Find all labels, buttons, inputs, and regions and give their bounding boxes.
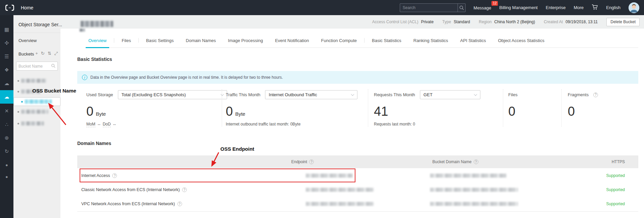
files-value: 0 [508, 105, 515, 118]
tab-api-statistics[interactable]: API Statistics [458, 38, 489, 47]
dod-label[interactable]: DoD [103, 122, 111, 127]
censored-bucket-name [21, 110, 48, 114]
tab-files[interactable]: Files [119, 38, 133, 47]
service-dot-icon[interactable]: ● [0, 160, 13, 169]
user-avatar[interactable] [629, 2, 639, 13]
buckets-label: Buckets [18, 51, 34, 57]
annotation-highlight-rectangle [80, 169, 355, 182]
globe-icon[interactable]: ⊕ [0, 134, 13, 142]
network-nodes-icon[interactable]: ✣ [0, 39, 13, 47]
dod-value: -- [113, 122, 116, 127]
billing-management-menu-item[interactable]: Billing Management [499, 5, 538, 10]
tab-ranking-statistics[interactable]: Ranking Statistics [411, 38, 451, 47]
home-link[interactable]: Home [21, 5, 33, 10]
card-divider [222, 89, 222, 127]
security-shield-icon[interactable]: ❖ [0, 66, 13, 74]
notice-banner: Data in the Overview page and Bucket Ove… [77, 71, 638, 84]
censored-bucket-title [81, 21, 113, 27]
global-search-box[interactable] [400, 3, 466, 12]
censored-bucket-domain-value [430, 174, 507, 178]
tab-overview[interactable]: Overview [86, 38, 109, 47]
cloud-icon[interactable]: ☁ [0, 79, 13, 88]
censored-endpoint-value [306, 202, 374, 206]
sidebar-divider [13, 33, 60, 33]
search-icon[interactable] [458, 4, 465, 12]
bucket-list-item[interactable] [13, 119, 60, 128]
refresh-icon[interactable]: ↻ [41, 51, 45, 56]
more-menu-item[interactable]: More [574, 5, 584, 10]
domain-names-table-header: Endpoint Bucket Domain Name HTTPS [77, 155, 638, 168]
censored-bucket-domain-value [430, 188, 518, 192]
info-icon [82, 75, 87, 80]
tools-icon[interactable]: ✕ [0, 107, 13, 115]
traffic-select[interactable]: Internet Outbound Traffic [265, 90, 357, 99]
traffic-label: Traffic This Month [226, 92, 260, 97]
bucket-tabs: Overview Files Basic Settings Domain Nam… [86, 34, 638, 48]
help-icon[interactable] [182, 187, 187, 192]
bucket-dot-icon [17, 123, 19, 124]
tab-function-compute[interactable]: Function Compute [318, 38, 359, 47]
tab-basic-statistics[interactable]: Basic Statistics [369, 38, 404, 47]
help-icon[interactable] [177, 202, 182, 206]
bucket-list-item[interactable] [13, 108, 60, 116]
delete-bucket-button[interactable]: Delete Bucket [606, 18, 640, 26]
annotation-oss-bucket-name: OSS Bucket Name [32, 88, 76, 94]
mom-label[interactable]: MoM [86, 122, 95, 127]
cloud-sync-icon[interactable]: ↻ [0, 147, 13, 156]
expand-icon[interactable]: ⤢ [54, 51, 58, 56]
bucket-search-box[interactable] [16, 62, 58, 71]
domain-names-heading: Domain Names [77, 141, 111, 146]
help-icon[interactable] [593, 93, 598, 97]
fragments-card: Fragments 0 [568, 90, 598, 118]
acl-label: Access Control List (ACL) [372, 20, 418, 24]
bucket-search-input[interactable] [16, 64, 51, 69]
bucket-dot-icon [17, 91, 19, 93]
traffic-select-value: Internet Outbound Traffic [269, 92, 317, 97]
censored-endpoint-value [306, 188, 374, 192]
bucket-dot-icon [21, 101, 23, 103]
created-at-label: Created At [544, 20, 563, 24]
tab-separator [138, 38, 139, 43]
traffic-value: 0 [226, 105, 233, 118]
type-value: Standard [454, 20, 470, 24]
acl-value: Private [421, 20, 433, 24]
chevron-down-icon [220, 93, 224, 96]
global-search-input[interactable] [400, 5, 458, 10]
censored-bucket-title-tail [80, 29, 85, 32]
https-status: Supported [606, 173, 625, 178]
bucket-list-item-selected[interactable] [13, 97, 60, 106]
requests-select[interactable]: GET [420, 90, 480, 99]
oss-active-icon[interactable]: ☁ [0, 90, 13, 104]
used-storage-select[interactable]: Total (Excluding ECS Snapshots) [118, 90, 227, 99]
sidebar-item-overview[interactable]: Overview [18, 38, 37, 43]
tab-event-notification[interactable]: Event Notification [272, 38, 312, 47]
files-card: Files 0 [508, 90, 517, 118]
bucket-list-item[interactable] [13, 77, 60, 85]
bucket-header: Access Control List (ACL)Private TypeSta… [60, 15, 644, 29]
requests-label: Requests This Month [374, 92, 415, 97]
row-label: Classic Network Access from ECS (Interna… [81, 187, 180, 192]
apps-grid-icon[interactable]: ▦ [0, 25, 13, 34]
alibaba-cloud-logo-icon[interactable] [5, 4, 15, 12]
used-storage-value: 0 [86, 105, 93, 118]
add-bucket-icon[interactable]: + [35, 51, 38, 56]
tab-basic-settings[interactable]: Basic Settings [143, 38, 176, 47]
region-label: Region [479, 20, 491, 24]
help-icon[interactable] [309, 159, 314, 164]
service-dot-icon[interactable]: ● [0, 172, 13, 181]
search-icon[interactable] [51, 63, 57, 69]
traffic-unit: Byte [235, 111, 245, 117]
share-nodes-icon[interactable]: ∴ [0, 120, 13, 129]
language-selector[interactable]: English [606, 5, 620, 10]
tab-image-processing[interactable]: Image Processing [225, 38, 266, 47]
help-icon[interactable] [474, 159, 478, 164]
tab-domain-names[interactable]: Domain Names [183, 38, 219, 47]
cart-icon[interactable] [592, 4, 598, 11]
sort-icon[interactable]: ⇅ [48, 51, 51, 56]
tab-object-access-statistics[interactable]: Object Access Statistics [495, 38, 547, 47]
bucket-dot-icon [17, 111, 19, 113]
enterprise-menu-item[interactable]: Enterprise [546, 5, 565, 10]
card-divider [561, 89, 562, 127]
message-menu-item[interactable]: Message [474, 5, 491, 10]
server-stack-icon[interactable]: ☰ [0, 52, 13, 61]
